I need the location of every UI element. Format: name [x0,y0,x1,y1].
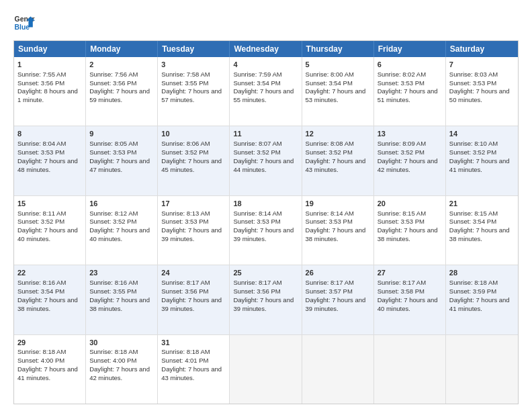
sunset-text: Sunset: 3:56 PM [17,79,64,87]
day-number: 8 [17,129,82,139]
sunrise-text: Sunrise: 7:58 AM [161,71,210,78]
daylight-text: Daylight: 7 hours and 39 minutes. [161,296,222,312]
daylight-text: Daylight: 7 hours and 40 minutes. [378,296,438,312]
day-cell-27: 27Sunrise: 8:17 AMSunset: 3:58 PMDayligh… [374,265,446,334]
sunrise-text: Sunrise: 8:15 AM [378,210,426,217]
day-number: 12 [306,129,370,139]
day-cell-20: 20Sunrise: 8:15 AMSunset: 3:53 PMDayligh… [374,196,446,265]
sunset-text: Sunset: 4:01 PM [161,357,208,364]
sunset-text: Sunset: 3:53 PM [233,218,280,225]
day-cell-28: 28Sunrise: 8:18 AMSunset: 3:59 PMDayligh… [446,265,518,334]
sunset-text: Sunset: 3:52 PM [17,218,64,225]
daylight-text: Daylight: 7 hours and 43 minutes. [306,157,366,173]
daylight-text: Daylight: 7 hours and 55 minutes. [233,87,294,103]
day-header-wednesday: Wednesday [230,41,302,57]
sunrise-text: Sunrise: 8:03 AM [449,71,498,78]
day-cell-23: 23Sunrise: 8:16 AMSunset: 3:55 PMDayligh… [86,265,158,334]
day-number: 9 [89,129,154,139]
page: General Blue SundayMondayTuesdayWednesda… [0,0,532,411]
day-number: 14 [449,129,515,139]
empty-cell [446,335,518,404]
day-cell-7: 7Sunrise: 8:03 AMSunset: 3:53 PMDaylight… [446,57,518,126]
day-cell-19: 19Sunrise: 8:14 AMSunset: 3:53 PMDayligh… [302,196,374,265]
empty-cell [230,335,302,404]
sunset-text: Sunset: 3:52 PM [89,218,136,225]
calendar-body: 1Sunrise: 7:55 AMSunset: 3:56 PMDaylight… [14,57,518,404]
sunset-text: Sunset: 3:58 PM [378,287,425,295]
sunset-text: Sunset: 3:54 PM [306,79,353,87]
sunset-text: Sunset: 3:53 PM [378,79,425,87]
sunset-text: Sunset: 3:54 PM [233,79,280,87]
day-number: 20 [378,199,442,209]
sunrise-text: Sunrise: 8:17 AM [233,279,281,286]
sunrise-text: Sunrise: 8:16 AM [89,279,138,286]
day-number: 2 [89,60,154,70]
daylight-text: Daylight: 7 hours and 59 minutes. [89,87,150,103]
sunset-text: Sunset: 3:52 PM [233,148,280,156]
day-number: 6 [378,60,442,70]
header: General Blue [13,12,519,34]
svg-text:Blue: Blue [15,24,30,31]
day-number: 30 [89,338,154,348]
day-cell-12: 12Sunrise: 8:08 AMSunset: 3:52 PMDayligh… [302,126,374,195]
calendar-week-4: 29Sunrise: 8:18 AMSunset: 4:00 PMDayligh… [14,334,518,404]
calendar-week-2: 15Sunrise: 8:11 AMSunset: 3:52 PMDayligh… [14,195,518,265]
daylight-text: Daylight: 7 hours and 57 minutes. [161,87,222,103]
sunrise-text: Sunrise: 8:14 AM [233,210,281,217]
sunrise-text: Sunrise: 8:06 AM [161,140,210,147]
sunset-text: Sunset: 3:53 PM [449,79,496,87]
daylight-text: Daylight: 8 hours and 1 minute. [17,87,78,103]
sunset-text: Sunset: 3:53 PM [89,148,136,156]
sunrise-text: Sunrise: 8:17 AM [161,279,210,286]
daylight-text: Daylight: 7 hours and 53 minutes. [306,87,366,103]
day-cell-9: 9Sunrise: 8:05 AMSunset: 3:53 PMDaylight… [86,126,158,195]
daylight-text: Daylight: 7 hours and 48 minutes. [17,157,78,173]
sunset-text: Sunset: 4:00 PM [89,357,136,364]
day-header-monday: Monday [86,41,158,57]
day-header-tuesday: Tuesday [158,41,230,57]
logo: General Blue [13,12,35,34]
calendar-week-1: 8Sunrise: 8:04 AMSunset: 3:53 PMDaylight… [14,126,518,195]
sunrise-text: Sunrise: 8:18 AM [161,348,210,355]
sunrise-text: Sunrise: 8:18 AM [449,279,498,286]
calendar-week-0: 1Sunrise: 7:55 AMSunset: 3:56 PMDaylight… [14,57,518,126]
day-number: 7 [449,60,515,70]
day-header-saturday: Saturday [446,41,518,57]
daylight-text: Daylight: 7 hours and 39 minutes. [161,226,222,242]
sunrise-text: Sunrise: 8:05 AM [89,140,138,147]
sunset-text: Sunset: 3:54 PM [17,287,64,295]
calendar-header: SundayMondayTuesdayWednesdayThursdayFrid… [14,41,518,57]
day-cell-5: 5Sunrise: 8:00 AMSunset: 3:54 PMDaylight… [302,57,374,126]
sunrise-text: Sunrise: 8:15 AM [449,210,498,217]
sunrise-text: Sunrise: 8:16 AM [17,279,66,286]
daylight-text: Daylight: 7 hours and 51 minutes. [378,87,438,103]
sunrise-text: Sunrise: 8:07 AM [233,140,281,147]
empty-cell [374,335,446,404]
day-number: 17 [161,199,226,209]
daylight-text: Daylight: 7 hours and 38 minutes. [17,296,78,312]
sunset-text: Sunset: 3:56 PM [161,287,208,295]
daylight-text: Daylight: 7 hours and 41 minutes. [449,296,510,312]
day-number: 27 [378,268,442,278]
sunrise-text: Sunrise: 7:56 AM [89,71,138,78]
day-number: 28 [449,268,515,278]
sunrise-text: Sunrise: 8:17 AM [378,279,426,286]
sunrise-text: Sunrise: 8:10 AM [449,140,498,147]
daylight-text: Daylight: 7 hours and 41 minutes. [17,365,78,381]
sunset-text: Sunset: 3:54 PM [449,218,496,225]
daylight-text: Daylight: 7 hours and 45 minutes. [161,157,222,173]
day-cell-16: 16Sunrise: 8:12 AMSunset: 3:52 PMDayligh… [86,196,158,265]
day-cell-25: 25Sunrise: 8:17 AMSunset: 3:56 PMDayligh… [230,265,302,334]
day-number: 5 [306,60,370,70]
day-cell-3: 3Sunrise: 7:58 AMSunset: 3:55 PMDaylight… [158,57,230,126]
day-number: 21 [449,199,515,209]
daylight-text: Daylight: 7 hours and 38 minutes. [449,226,510,242]
sunrise-text: Sunrise: 8:12 AM [89,210,138,217]
day-cell-26: 26Sunrise: 8:17 AMSunset: 3:57 PMDayligh… [302,265,374,334]
day-number: 11 [233,129,298,139]
day-cell-14: 14Sunrise: 8:10 AMSunset: 3:52 PMDayligh… [446,126,518,195]
day-header-friday: Friday [374,41,446,57]
daylight-text: Daylight: 7 hours and 39 minutes. [233,226,294,242]
sunset-text: Sunset: 3:53 PM [17,148,64,156]
sunrise-text: Sunrise: 8:11 AM [17,210,66,217]
